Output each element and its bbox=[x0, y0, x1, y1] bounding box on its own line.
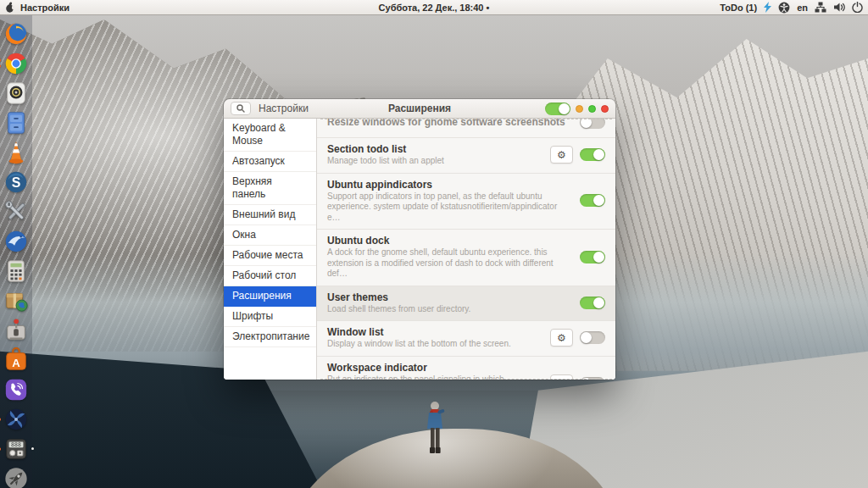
extension-description: A dock for the gnome shell, default ubun… bbox=[327, 247, 571, 280]
extension-description: Support app indicators in top panel, as … bbox=[327, 191, 571, 224]
window-titlebar[interactable]: Настройки Расширения bbox=[224, 99, 615, 119]
extension-toggle[interactable] bbox=[580, 119, 605, 129]
dock-item-thunderbird[interactable] bbox=[3, 229, 29, 254]
extension-description: Load shell themes from user directory. bbox=[327, 304, 571, 315]
extension-row-resize-windows[interactable]: Resize windows for gnome software screen… bbox=[317, 119, 615, 138]
extension-title: Ubuntu appindicators bbox=[327, 179, 571, 191]
extension-row-user-themes[interactable]: User themes Load shell themes from user … bbox=[317, 286, 615, 322]
bolt-indicator-icon[interactable] bbox=[764, 2, 771, 13]
clock[interactable]: Суббота, 22 Дек., 18:40 bbox=[379, 3, 484, 13]
toggle-knob bbox=[559, 103, 570, 114]
sidebar-item-top-panel[interactable]: Верхняя панель bbox=[224, 172, 316, 205]
extension-row-ubuntu-dock[interactable]: Ubuntu dock A dock for the gnome shell, … bbox=[317, 230, 615, 286]
extension-toggle[interactable] bbox=[580, 148, 605, 161]
dock-item-firefox[interactable] bbox=[3, 21, 29, 47]
sidebar-item-workspaces[interactable]: Рабочие места bbox=[224, 246, 316, 266]
dock-item-chromium[interactable] bbox=[3, 51, 29, 76]
apple-logo-icon[interactable] bbox=[5, 2, 14, 13]
sidebar-item-keyboard-mouse[interactable]: Keyboard & Mouse bbox=[224, 119, 316, 152]
dock-item-screen-recorder[interactable] bbox=[3, 80, 29, 106]
header-toggle[interactable] bbox=[545, 103, 570, 115]
keyboard-layout[interactable]: en bbox=[797, 3, 808, 13]
extension-title: Section todo list bbox=[327, 143, 542, 155]
power-icon[interactable] bbox=[852, 2, 863, 13]
extension-toggle[interactable] bbox=[580, 297, 605, 309]
running-indicator-dot bbox=[0, 58, 1, 62]
extension-title: User themes bbox=[327, 291, 571, 303]
svg-text:888: 888 bbox=[11, 441, 21, 448]
volume-icon[interactable] bbox=[833, 2, 845, 13]
hiker-figure bbox=[423, 400, 447, 463]
search-icon bbox=[236, 104, 245, 113]
dock-item-archive-cabinet[interactable] bbox=[3, 110, 29, 136]
running-indicator-dot bbox=[0, 447, 1, 451]
settings-sidebar: Keyboard & Mouse Автозапуск Верхняя пане… bbox=[224, 119, 317, 380]
top-panel: Настройки Суббота, 22 Дек., 18:40 • ToDo… bbox=[0, 0, 868, 15]
maximize-button[interactable] bbox=[588, 105, 596, 113]
dock-item-fan-swirl-app[interactable] bbox=[3, 407, 29, 432]
network-icon[interactable] bbox=[815, 2, 826, 13]
active-indicator-dot bbox=[31, 447, 34, 450]
minimize-button[interactable] bbox=[576, 105, 583, 113]
extension-toggle[interactable] bbox=[580, 251, 605, 263]
extension-row-ubuntu-appindicators[interactable]: Ubuntu appindicators Support app indicat… bbox=[317, 174, 615, 230]
running-indicator-dot bbox=[0, 64, 1, 68]
extension-title: Window list bbox=[327, 326, 542, 338]
extension-toggle[interactable] bbox=[580, 331, 605, 344]
sidebar-item-autostart[interactable]: Автозапуск bbox=[224, 152, 316, 172]
gear-button[interactable]: ⚙ bbox=[550, 146, 573, 164]
dock-item-calculator[interactable] bbox=[3, 258, 29, 284]
extension-description: Manage todo list with an applet bbox=[327, 156, 542, 167]
svg-text:S: S bbox=[12, 175, 21, 190]
sidebar-item-desktop[interactable]: Рабочий стол bbox=[224, 266, 316, 286]
dock-item-rocket-launcher[interactable] bbox=[3, 466, 29, 488]
extension-toggle[interactable] bbox=[580, 194, 605, 207]
extension-row-workspace-indicator[interactable]: Workspace indicator Put an indicator on … bbox=[317, 357, 615, 380]
dock-item-counter-register-app[interactable]: 888 bbox=[3, 436, 29, 462]
dock-item-viber[interactable] bbox=[3, 377, 29, 402]
gear-icon: ⚙ bbox=[557, 379, 566, 380]
sidebar-item-extensions[interactable]: Расширения bbox=[224, 286, 316, 307]
running-indicator-dot bbox=[0, 418, 1, 421]
window-app-title: Настройки bbox=[259, 103, 309, 114]
sidebar-item-appearance[interactable]: Внешний вид bbox=[224, 205, 316, 225]
extensions-list[interactable]: Resize windows for gnome software screen… bbox=[317, 119, 615, 380]
extension-title: Ubuntu dock bbox=[327, 235, 571, 247]
extension-row-section-todo-list[interactable]: Section todo list Manage todo list with … bbox=[317, 138, 615, 174]
sidebar-item-fonts[interactable]: Шрифты bbox=[224, 307, 316, 327]
gear-icon: ⚙ bbox=[557, 333, 566, 343]
sidebar-item-power[interactable]: Электропитание bbox=[224, 327, 316, 347]
sidebar-item-windows[interactable]: Окна bbox=[224, 225, 316, 246]
extension-description: Display a window list at the bottom of t… bbox=[327, 339, 542, 350]
dock-item-tweak-tools[interactable] bbox=[3, 199, 29, 225]
settings-window: Настройки Расширения Keyboard & Mouse Ав… bbox=[224, 99, 615, 380]
dock-item-appgrid[interactable]: A bbox=[3, 347, 29, 373]
extension-title: Workspace indicator bbox=[327, 362, 542, 374]
dock-item-skype[interactable]: S bbox=[3, 169, 29, 195]
dock-item-jack-lever-app[interactable] bbox=[3, 318, 29, 343]
accessibility-icon[interactable] bbox=[778, 2, 790, 14]
close-button[interactable] bbox=[601, 105, 609, 113]
search-button[interactable] bbox=[231, 102, 251, 115]
extension-toggle[interactable] bbox=[580, 377, 605, 380]
gear-button[interactable]: ⚙ bbox=[550, 329, 573, 347]
dock: S bbox=[0, 15, 32, 488]
active-app-title[interactable]: Настройки bbox=[20, 3, 70, 13]
dock-item-vlc[interactable] bbox=[3, 140, 29, 165]
extension-title: Resize windows for gnome software screen… bbox=[327, 119, 571, 128]
extension-row-window-list[interactable]: Window list Display a window list at the… bbox=[317, 321, 615, 357]
svg-text:A: A bbox=[12, 357, 20, 369]
dock-item-package-manager[interactable] bbox=[3, 288, 29, 313]
gear-icon: ⚙ bbox=[557, 150, 566, 160]
notification-dot: • bbox=[487, 3, 490, 13]
todo-indicator[interactable]: ToDo (1) bbox=[720, 3, 757, 13]
extension-description: Put an indicator on the panel signaling … bbox=[327, 374, 542, 380]
gear-button[interactable]: ⚙ bbox=[550, 374, 573, 380]
